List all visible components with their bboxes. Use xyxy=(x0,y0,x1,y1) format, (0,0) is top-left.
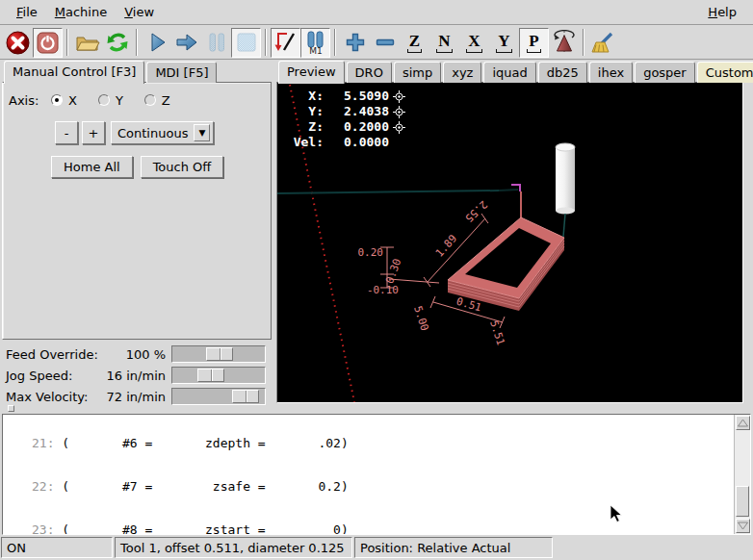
menu-bar: File Machine View Help xyxy=(0,0,753,25)
jog-speed-label: Jog Speed: xyxy=(6,369,72,383)
homed-icon xyxy=(393,121,405,134)
tab-preview[interactable]: Preview xyxy=(278,61,345,84)
optional-pause-icon: M1 xyxy=(303,30,328,55)
stop-button[interactable] xyxy=(231,28,261,58)
view-side-button[interactable]: Y xyxy=(489,28,519,58)
clear-plot-button[interactable] xyxy=(588,28,618,58)
tab-simp[interactable]: simp xyxy=(394,62,441,83)
svg-text:5.51: 5.51 xyxy=(487,318,507,346)
estop-icon xyxy=(5,30,31,56)
menu-help[interactable]: Help xyxy=(699,2,745,22)
axis-radio-z[interactable]: Z xyxy=(144,93,170,108)
left-tabs: Manual Control [F3] MDI [F5] xyxy=(0,60,274,83)
estop-button[interactable] xyxy=(3,28,33,58)
jog-plus-button[interactable]: + xyxy=(82,121,105,144)
override-sliders: Feed Override: 100 % Jog Speed: 16 in/mi… xyxy=(2,344,272,408)
radio-y-icon xyxy=(98,94,110,106)
rapid-line-dim xyxy=(499,190,518,191)
view-top-button[interactable]: Z xyxy=(400,28,429,58)
run-icon xyxy=(145,31,169,54)
tab-mdi[interactable]: MDI [F5] xyxy=(146,62,217,83)
tab-db25[interactable]: db25 xyxy=(538,62,587,83)
pause-button[interactable] xyxy=(201,28,231,58)
optional-pause-button[interactable]: M1 xyxy=(300,28,330,58)
max-velocity-value: 72 in/min xyxy=(107,390,166,404)
axis-radio-x[interactable]: X xyxy=(51,93,77,108)
toolbar-separator xyxy=(583,29,584,56)
rotate-view-icon xyxy=(552,30,577,55)
axis-z-label: Z xyxy=(162,93,170,108)
open-file-button[interactable] xyxy=(72,28,102,58)
axis-radio-y[interactable]: Y xyxy=(98,93,123,108)
scroll-up-arrow[interactable] xyxy=(736,416,750,430)
zoom-in-icon xyxy=(344,31,367,54)
position-mode: Position: Relative Actual xyxy=(360,541,510,555)
tool-info-panel: Tool 1, offset 0.511, diameter 0.125 xyxy=(115,537,352,558)
gcode-text-area[interactable]: 21: ( #6 = zdepth = .02) 22: ( #7 = zsaf… xyxy=(2,414,751,535)
dro-vel-row: Vel: 0.0000 xyxy=(285,135,405,150)
zoom-out-button[interactable] xyxy=(370,28,400,58)
feed-override-label: Feed Override: xyxy=(6,347,98,362)
home-all-button[interactable]: Home All xyxy=(51,156,133,178)
view-perspective-button[interactable]: P xyxy=(519,28,549,58)
step-icon xyxy=(174,31,199,54)
pane-sash-grip[interactable] xyxy=(8,405,14,412)
run-button[interactable] xyxy=(142,28,171,58)
feed-override-slider[interactable] xyxy=(171,345,266,363)
menu-machine[interactable]: Machine xyxy=(46,2,116,22)
homed-icon xyxy=(393,106,405,118)
tab-dro[interactable]: DRO xyxy=(347,62,392,83)
skip-lines-button[interactable] xyxy=(271,28,300,58)
tab-iquad[interactable]: iquad xyxy=(483,62,535,83)
reload-icon xyxy=(105,30,130,55)
jog-minus-button[interactable]: - xyxy=(55,121,78,144)
radio-x-icon xyxy=(51,94,63,106)
machine-power-button[interactable] xyxy=(33,28,63,58)
menu-view[interactable]: View xyxy=(116,2,163,22)
scroll-down-arrow[interactable] xyxy=(736,519,750,533)
gcode-line: 21: ( #6 = zdepth = .02) xyxy=(32,436,733,450)
feed-override-row: Feed Override: 100 % xyxy=(2,344,272,365)
view-rotated-top-button[interactable]: N xyxy=(429,28,459,58)
homed-icon xyxy=(393,90,405,103)
zoom-in-button[interactable] xyxy=(340,28,370,58)
dro-y-label: Y: xyxy=(285,104,324,119)
jog-mode-combobox[interactable]: Continuous ▼ xyxy=(111,121,214,144)
max-velocity-handle[interactable] xyxy=(232,390,259,403)
toolbar: M1 Z N X Y P xyxy=(0,26,753,60)
jog-speed-slider[interactable] xyxy=(171,367,266,384)
max-velocity-row: Max Velocity: 72 in/min xyxy=(2,387,272,407)
reload-button[interactable] xyxy=(102,28,132,58)
svg-text:-0.10: -0.10 xyxy=(367,284,399,296)
tab-gosper[interactable]: gosper xyxy=(635,62,695,83)
jog-speed-handle[interactable] xyxy=(197,369,224,382)
axis-x-label: X xyxy=(68,93,77,108)
tab-manual-control[interactable]: Manual Control [F3] xyxy=(4,61,144,84)
preview-canvas[interactable]: 2.55 1.89 0.20 0.30 -0.10 5.00 0.51 5.51… xyxy=(277,83,742,402)
svg-text:M1: M1 xyxy=(309,46,323,55)
dro-z-label: Z: xyxy=(285,119,324,135)
menu-file[interactable]: File xyxy=(8,2,46,22)
axis-y-label: Y xyxy=(116,93,123,108)
max-velocity-slider[interactable] xyxy=(171,388,266,405)
pause-icon xyxy=(205,31,228,54)
axis-window: File Machine View Help xyxy=(0,0,753,560)
scrollbar-thumb[interactable] xyxy=(736,486,749,517)
gcode-lines: 21: ( #6 = zdepth = .02) 22: ( #7 = zsaf… xyxy=(3,414,733,535)
rotate-view-button[interactable] xyxy=(549,28,579,58)
clear-plot-icon xyxy=(590,31,616,55)
jog-speed-value: 16 in/min xyxy=(107,369,166,383)
tab-xyz[interactable]: xyz xyxy=(443,62,481,83)
feed-override-handle[interactable] xyxy=(206,347,233,361)
view-front-button[interactable]: X xyxy=(459,28,489,58)
tab-ihex[interactable]: ihex xyxy=(589,62,633,83)
axis-row: Axis: X Y Z xyxy=(9,90,265,110)
tab-custom[interactable]: Custom xyxy=(697,62,753,83)
machine-state: ON xyxy=(7,541,26,555)
view-side-icon: Y xyxy=(496,33,511,53)
tool-top xyxy=(556,143,575,151)
step-button[interactable] xyxy=(171,28,201,58)
gcode-scrollbar[interactable] xyxy=(734,415,750,534)
dro-z-row: Z: 0.2000 xyxy=(285,119,405,135)
touch-off-button[interactable]: Touch Off xyxy=(141,156,224,178)
